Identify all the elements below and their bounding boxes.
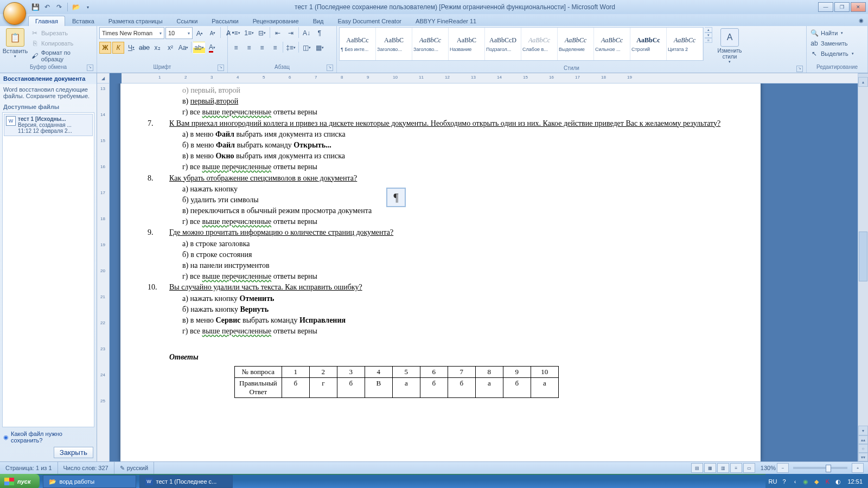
- style-item[interactable]: AaBbCcСильное ...: [594, 28, 630, 60]
- browse-object-icon[interactable]: ○: [858, 444, 868, 453]
- recovery-close-button[interactable]: Закрыть: [54, 447, 93, 458]
- font-size-combo[interactable]: 10▾: [165, 27, 193, 39]
- maximize-button[interactable]: ❐: [834, 2, 850, 12]
- style-item[interactable]: AaBbCЗаголово...: [376, 28, 412, 60]
- superscript-button[interactable]: x²: [164, 42, 176, 54]
- view-reading-button[interactable]: ▦: [704, 463, 716, 473]
- cut-button[interactable]: ✂Вырезать: [29, 28, 94, 38]
- style-item[interactable]: AaBbCc¶ Без инте...: [340, 28, 376, 60]
- save-icon[interactable]: 💾: [30, 2, 40, 12]
- highlight-button[interactable]: ab▾: [193, 42, 205, 54]
- font-name-combo[interactable]: Times New Roman▾: [99, 27, 164, 39]
- zoom-value[interactable]: 130%: [761, 465, 776, 471]
- multilevel-button[interactable]: ⊟▾: [256, 27, 268, 39]
- tray-shield-icon[interactable]: ◉: [802, 478, 809, 485]
- dialog-launcher-icon[interactable]: ↘: [796, 66, 803, 72]
- vertical-ruler[interactable]: ◢ 13141516171819202122232425: [97, 73, 110, 461]
- close-button[interactable]: ✕: [851, 2, 866, 12]
- tray-volume-icon[interactable]: ◐: [834, 478, 842, 485]
- redo-icon[interactable]: ↷: [54, 2, 64, 12]
- prev-page-icon[interactable]: ▴▴: [858, 435, 868, 444]
- view-web-button[interactable]: ▥: [717, 463, 729, 473]
- scrollbar-thumb[interactable]: [859, 232, 867, 281]
- zoom-out-button[interactable]: −: [777, 463, 789, 473]
- split-handle[interactable]: [858, 73, 868, 77]
- format-painter-button[interactable]: 🖌Формат по образцу: [29, 49, 94, 63]
- tab-references[interactable]: Ссылки: [170, 16, 205, 26]
- status-page[interactable]: Страница: 1 из 1: [0, 462, 58, 474]
- tray-network-icon[interactable]: ◆: [813, 478, 820, 485]
- increase-indent-button[interactable]: ⇥: [285, 27, 297, 39]
- tab-mailings[interactable]: Рассылки: [205, 16, 245, 26]
- tab-finereader[interactable]: ABBYY FineReader 11: [409, 16, 483, 26]
- view-draft-button[interactable]: ▭: [743, 463, 755, 473]
- scroll-up-icon[interactable]: ▴: [858, 77, 868, 87]
- tray-language[interactable]: RU: [769, 478, 777, 485]
- sort-button[interactable]: A↓: [301, 27, 312, 39]
- tray-kaspersky-icon[interactable]: K: [824, 478, 831, 485]
- styles-gallery[interactable]: AaBbCc¶ Без инте...AaBbCЗаголово...AaBbC…: [339, 27, 704, 61]
- replace-button[interactable]: abЗаменить: [809, 38, 855, 48]
- status-language[interactable]: ✎русский: [114, 462, 154, 474]
- decrease-indent-button[interactable]: ⇤: [272, 27, 284, 39]
- recovery-help-link[interactable]: ◉Какой файл нужно сохранить?: [3, 431, 93, 444]
- help-icon[interactable]: ◉: [854, 17, 868, 23]
- style-item[interactable]: AaBbCcDПодзагол...: [485, 28, 521, 60]
- font-color-button[interactable]: A▾: [206, 42, 218, 54]
- tray-chevron-icon[interactable]: ‹: [791, 478, 799, 485]
- tab-edc[interactable]: Easy Document Creator: [331, 16, 409, 26]
- tray-help-icon[interactable]: ?: [780, 478, 788, 485]
- copy-button[interactable]: ⎘Копировать: [29, 38, 94, 48]
- open-icon[interactable]: 📂: [71, 2, 81, 12]
- view-print-layout-button[interactable]: ▤: [691, 463, 703, 473]
- zoom-in-button[interactable]: +: [852, 463, 864, 473]
- styles-up-icon[interactable]: ▴: [705, 27, 712, 33]
- vertical-scrollbar[interactable]: ▴ ▾ ▴▴ ○ ▾▾: [858, 73, 868, 461]
- office-button[interactable]: [3, 2, 26, 25]
- style-item[interactable]: AaBbCcВыделение: [558, 28, 594, 60]
- tray-clock[interactable]: 12:51: [845, 478, 865, 485]
- next-page-icon[interactable]: ▾▾: [858, 453, 868, 461]
- recovery-item[interactable]: W тест 1 [Исходны... Версия, созданная .…: [4, 114, 93, 136]
- shading-button[interactable]: ◫▾: [301, 42, 312, 54]
- styles-down-icon[interactable]: ▾: [705, 33, 712, 38]
- dialog-launcher-icon[interactable]: ↘: [87, 65, 93, 71]
- tab-layout[interactable]: Разметка страницы: [101, 16, 170, 26]
- underline-button[interactable]: Ч▾: [125, 42, 137, 54]
- align-left-button[interactable]: ≡: [230, 42, 242, 54]
- bullets-button[interactable]: •≡▾: [230, 27, 242, 39]
- numbering-button[interactable]: 1≡▾: [243, 27, 255, 39]
- style-item[interactable]: AaBbCcСтрогий: [630, 28, 667, 60]
- styles-more-icon[interactable]: ≡: [705, 38, 712, 43]
- bold-button[interactable]: Ж: [99, 42, 111, 54]
- style-item[interactable]: AaBbCcЦитата 2: [667, 28, 703, 60]
- strike-button[interactable]: abe: [138, 42, 150, 54]
- dialog-launcher-icon[interactable]: ↘: [327, 65, 333, 71]
- style-item[interactable]: AaBbCcСлабое в...: [521, 28, 558, 60]
- justify-button[interactable]: ≡: [269, 42, 281, 54]
- align-right-button[interactable]: ≡: [256, 42, 268, 54]
- select-button[interactable]: ↖Выделить▾: [809, 49, 855, 59]
- borders-button[interactable]: ▦▾: [314, 42, 326, 54]
- change-case-button[interactable]: Aa▾: [177, 42, 189, 54]
- tab-review[interactable]: Рецензирование: [246, 16, 306, 26]
- scroll-down-icon[interactable]: ▾: [858, 426, 868, 435]
- pilcrow-float-icon[interactable]: ¶: [386, 188, 406, 207]
- subscript-button[interactable]: x₂: [151, 42, 163, 54]
- start-button[interactable]: пуск: [0, 474, 40, 488]
- undo-icon[interactable]: ↶: [42, 2, 52, 12]
- taskbar-item-word[interactable]: Wтест 1 (Последнее с...: [139, 475, 233, 488]
- ruler-corner[interactable]: ◢: [97, 73, 109, 84]
- document-canvas[interactable]: о) первый, второй в) первый,второй г) вс…: [110, 84, 858, 461]
- minimize-button[interactable]: —: [818, 2, 833, 12]
- italic-button[interactable]: К: [112, 42, 124, 54]
- line-spacing-button[interactable]: ‡≡▾: [285, 42, 297, 54]
- zoom-slider-knob[interactable]: [826, 465, 831, 472]
- style-item[interactable]: AaBbCcЗаголово...: [412, 28, 449, 60]
- find-button[interactable]: 🔍Найти▾: [809, 28, 855, 38]
- status-words[interactable]: Число слов: 327: [58, 462, 114, 474]
- style-item[interactable]: AaBbCНазвание: [449, 28, 485, 60]
- tab-view[interactable]: Вид: [306, 16, 331, 26]
- dialog-launcher-icon[interactable]: ↘: [218, 65, 224, 71]
- align-center-button[interactable]: ≡: [243, 42, 255, 54]
